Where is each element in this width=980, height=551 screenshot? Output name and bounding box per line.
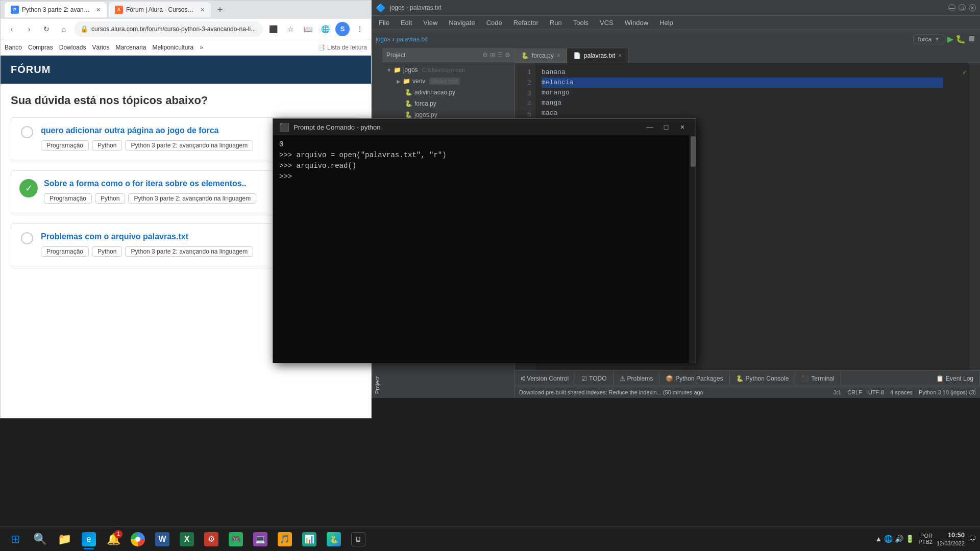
status-tab-problems[interactable]: ⚠ Problems — [614, 372, 660, 385]
cmd-scrollbar-thumb[interactable] — [691, 136, 696, 167]
project-icon-3[interactable]: ☰ — [497, 52, 503, 59]
tag-course-1[interactable]: Python 3 parte 2: avançando na linguagem — [125, 140, 253, 151]
taskbar-excel[interactable]: X — [176, 528, 198, 550]
tree-root[interactable]: ▼ 📁 jogos C:\Users\symma\ — [382, 64, 514, 76]
taskbar-terminal[interactable]: 🖥 — [347, 528, 370, 550]
statusbar-python[interactable]: Python 3.10 (jogos) (3) — [919, 389, 976, 395]
tag-python-3[interactable]: Python — [92, 246, 122, 257]
taskbar-start[interactable]: ⊞ — [4, 528, 27, 550]
cmd-minimize-button[interactable]: — — [643, 120, 657, 134]
menu-window[interactable]: Window — [620, 17, 653, 29]
notifications-tray-icon[interactable]: 🗨 — [969, 535, 976, 543]
address-bar[interactable]: 🔒 cursos.alura.com.br/forum/curso-python… — [74, 21, 263, 37]
statusbar-position[interactable]: 3:1 — [834, 389, 841, 395]
run-button[interactable]: ▶ — [947, 34, 953, 44]
menu-vcs[interactable]: VCS — [595, 17, 619, 29]
cmd-close-button[interactable]: × — [675, 120, 690, 134]
reload-button[interactable]: ↻ — [39, 22, 54, 36]
taskbar-app3[interactable]: 💻 — [249, 528, 272, 550]
bookmark-banco[interactable]: Banco — [5, 44, 22, 51]
tab-close-alura[interactable]: × — [201, 6, 205, 14]
tab-alura[interactable]: A Fórum | Alura - Cursos online de... × — [109, 2, 211, 17]
tree-forca[interactable]: 🐍 forca.py — [382, 98, 514, 109]
taskbar-file-explorer[interactable]: 📁 — [53, 528, 76, 550]
taskbar-app5[interactable]: 📊 — [298, 528, 321, 550]
forca-tab-close[interactable]: × — [557, 52, 560, 59]
tree-adivinhacao[interactable]: 🐍 adivinhacao.py — [382, 87, 514, 98]
menu-code[interactable]: Code — [481, 17, 507, 29]
taskbar-app1[interactable]: ⚙ — [200, 528, 223, 550]
bookmark-compras[interactable]: Compras — [28, 44, 53, 51]
tag-programacao-1[interactable]: Programação — [41, 140, 89, 151]
statusbar-encoding[interactable]: CRLF — [847, 389, 862, 395]
status-tab-python-console[interactable]: 🐍 Python Console — [730, 372, 796, 385]
project-icon-1[interactable]: ⚙ — [482, 52, 488, 59]
taskbar-pycharm[interactable]: 🐍 — [323, 528, 345, 550]
tray-up-icon[interactable]: ▲ — [875, 535, 883, 543]
ide-maximize-button[interactable]: □ — [959, 4, 966, 11]
tag-course-3[interactable]: Python 3 parte 2: avançando na linguagem — [125, 246, 253, 257]
taskbar-chrome[interactable] — [127, 528, 149, 550]
tree-venv[interactable]: ▶ 📁 venv library root — [382, 76, 514, 87]
editor-tab-forca[interactable]: 🐍 forca.py × — [515, 48, 567, 63]
menu-help[interactable]: Help — [654, 17, 678, 29]
status-tab-todo[interactable]: ☑ TODO — [575, 372, 613, 385]
extensions-button[interactable]: ⬛ — [266, 22, 280, 36]
taskbar-edge[interactable]: e — [78, 528, 100, 550]
profile-avatar[interactable]: S — [335, 22, 350, 36]
breadcrumb-project[interactable]: jogos — [376, 36, 390, 43]
home-button[interactable]: ⌂ — [57, 22, 71, 36]
new-tab-button[interactable]: + — [213, 3, 227, 17]
taskbar-word[interactable]: W — [151, 528, 174, 550]
status-tab-vcs[interactable]: ⑆ Version Control — [515, 372, 575, 385]
stop-button[interactable]: ⏹ — [968, 34, 976, 44]
tag-python-1[interactable]: Python — [92, 140, 122, 151]
editor-tab-palavras[interactable]: 📄 palavras.txt × — [567, 48, 628, 63]
menu-navigate[interactable]: Navigate — [444, 17, 480, 29]
ide-minimize-button[interactable]: — — [948, 4, 955, 11]
tab-close-python[interactable]: × — [96, 6, 101, 14]
translate-button[interactable]: 🌐 — [318, 22, 332, 36]
bookmark-more[interactable]: » — [200, 44, 203, 51]
statusbar-indent[interactable]: 4 spaces — [890, 389, 913, 395]
bookmark-dowloads[interactable]: Dowloads — [59, 44, 86, 51]
tag-programacao-2[interactable]: Programação — [44, 193, 92, 204]
menu-refactor[interactable]: Refactor — [508, 17, 544, 29]
tag-course-2[interactable]: Python 3 parte 2: avançando na linguagem — [128, 193, 256, 204]
event-log-tab[interactable]: 📋 Event Log — [930, 372, 980, 385]
favorites-button[interactable]: ☆ — [283, 22, 298, 36]
menu-view[interactable]: View — [418, 17, 443, 29]
status-tab-python-packages[interactable]: 📦 Python Packages — [659, 372, 729, 385]
taskbar-notifications[interactable]: 🔔 1 — [102, 528, 125, 550]
menu-edit[interactable]: Edit — [396, 17, 417, 29]
ide-close-button[interactable]: × — [969, 4, 976, 11]
forca-run-selector[interactable]: forca ▼ — [913, 34, 944, 44]
reading-list[interactable]: 📑 Lista de leitura — [317, 44, 367, 51]
taskbar-app4[interactable]: 🎵 — [274, 528, 296, 550]
statusbar-charset[interactable]: UTF-8 — [868, 389, 884, 395]
tab-python[interactable]: P Python 3 parte 2: avançando na... × — [5, 2, 107, 17]
taskbar-search[interactable]: 🔍 — [29, 528, 51, 550]
project-icon-4[interactable]: ⚙ — [505, 52, 510, 59]
debug-button[interactable]: 🐛 — [955, 34, 966, 44]
taskbar-app2[interactable]: 🎮 — [225, 528, 247, 550]
menu-tools[interactable]: Tools — [568, 17, 594, 29]
cmd-maximize-button[interactable]: □ — [659, 120, 673, 134]
cmd-content[interactable]: 0 >>> arquivo = open("palavras.txt", "r"… — [273, 135, 690, 363]
settings-button[interactable]: ⋮ — [353, 22, 367, 36]
cmd-scrollbar[interactable] — [690, 135, 696, 363]
bookmark-varios[interactable]: Vários — [92, 44, 109, 51]
bookmark-marcenaria[interactable]: Marcenaria — [115, 44, 146, 51]
breadcrumb-file[interactable]: palavras.txt — [397, 36, 428, 43]
back-button[interactable]: ‹ — [5, 22, 19, 36]
forward-button[interactable]: › — [22, 22, 36, 36]
menu-run[interactable]: Run — [545, 17, 567, 29]
tag-python-2[interactable]: Python — [95, 193, 125, 204]
project-icon-2[interactable]: ⊞ — [490, 52, 495, 59]
tag-programacao-3[interactable]: Programação — [41, 246, 89, 257]
reading-view-button[interactable]: 📖 — [301, 22, 315, 36]
bookmark-meliponicultura[interactable]: Meliponicultura — [152, 44, 193, 51]
palavras-tab-close[interactable]: × — [618, 52, 622, 59]
status-tab-terminal[interactable]: ⬛ Terminal — [795, 372, 841, 385]
menu-file[interactable]: File — [374, 17, 395, 29]
